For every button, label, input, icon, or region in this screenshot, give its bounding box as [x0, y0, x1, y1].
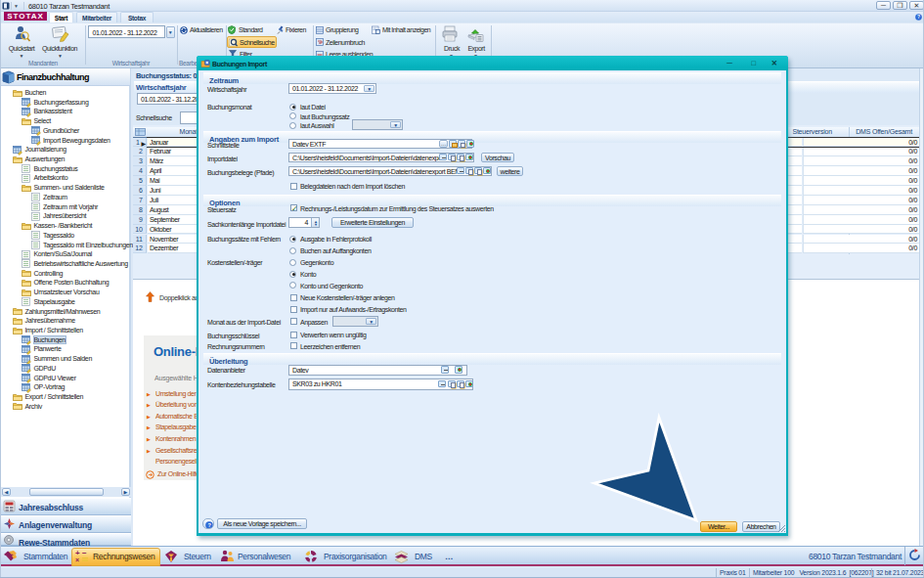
svg-text:×: ×	[75, 556, 79, 563]
svg-text:?: ?	[917, 14, 920, 20]
svg-text:−: −	[82, 549, 87, 557]
